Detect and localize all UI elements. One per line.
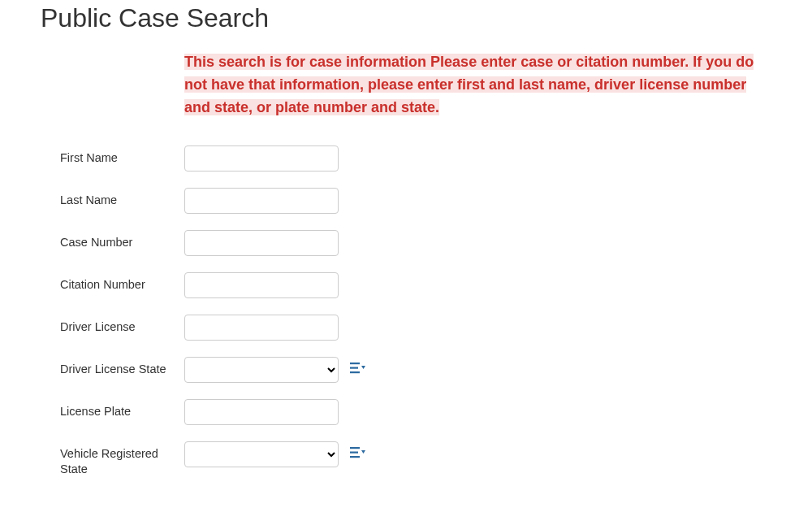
svg-rect-0 (350, 363, 360, 364)
instructions-text: This search is for case information Plea… (184, 54, 754, 115)
svg-rect-5 (350, 456, 360, 458)
license-plate-input[interactable] (184, 399, 339, 425)
page-title: Public Case Search (41, 3, 771, 33)
driver-license-input[interactable] (184, 315, 339, 341)
citation-number-input[interactable] (184, 272, 339, 298)
case-number-input[interactable] (184, 230, 339, 256)
svg-rect-1 (350, 367, 358, 368)
citation-number-label: Citation Number (60, 272, 184, 293)
search-form: First Name Last Name Case Number Citatio… (41, 145, 771, 478)
vehicle-registered-state-select[interactable] (184, 441, 339, 467)
first-name-label: First Name (60, 145, 184, 167)
case-number-label: Case Number (60, 230, 184, 251)
list-icon[interactable] (350, 446, 366, 459)
first-name-input[interactable] (184, 145, 339, 172)
driver-license-label: Driver License (60, 315, 184, 336)
license-plate-label: License Plate (60, 399, 184, 420)
svg-rect-4 (350, 451, 358, 453)
svg-rect-3 (350, 447, 360, 449)
last-name-label: Last Name (60, 188, 184, 209)
vehicle-registered-state-label: Vehicle Registered State (60, 441, 184, 478)
last-name-input[interactable] (184, 188, 339, 214)
driver-license-state-select[interactable] (184, 357, 339, 383)
driver-license-state-label: Driver License State (60, 357, 184, 378)
list-icon[interactable] (350, 362, 366, 375)
svg-rect-2 (350, 371, 360, 373)
